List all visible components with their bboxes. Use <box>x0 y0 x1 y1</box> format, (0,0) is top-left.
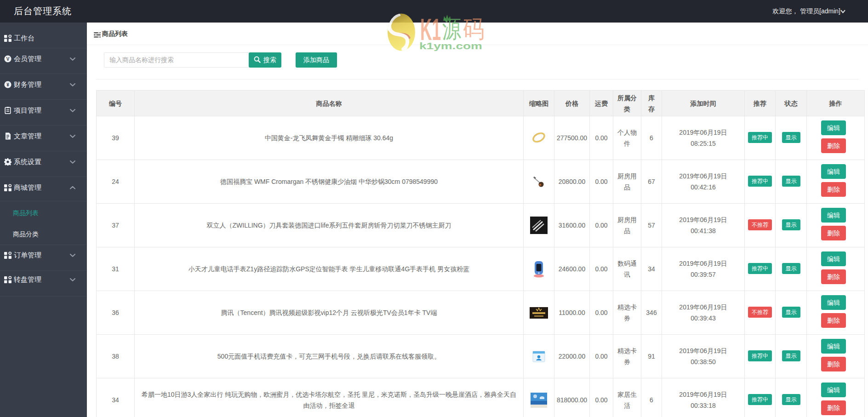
svg-text:V: V <box>6 57 10 62</box>
svg-text:¥: ¥ <box>6 82 9 87</box>
